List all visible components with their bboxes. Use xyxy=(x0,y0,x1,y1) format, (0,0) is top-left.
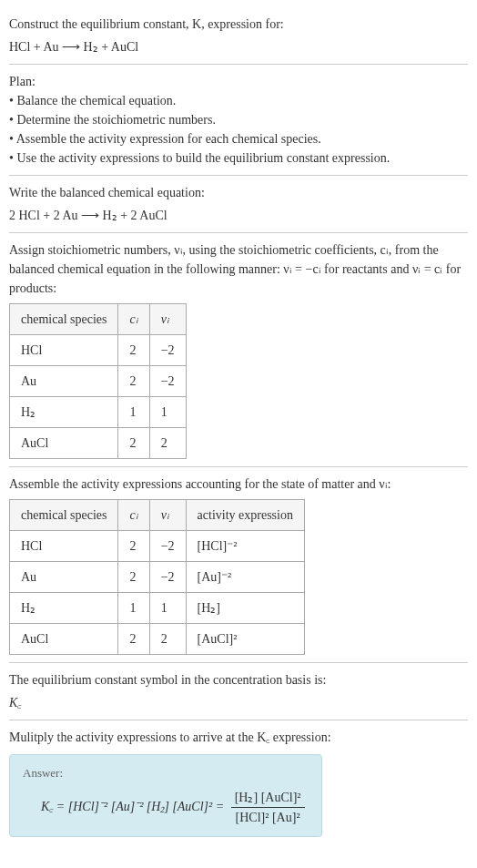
cell-v: −2 xyxy=(149,335,186,366)
cell-c: 1 xyxy=(118,397,149,428)
table-header: νᵢ xyxy=(149,500,186,531)
intro-line: Construct the equilibrium constant, K, e… xyxy=(9,15,468,34)
cell-v: −2 xyxy=(149,562,186,593)
table-header: chemical species xyxy=(10,500,118,531)
balanced-reaction: 2 HCl + 2 Au ⟶ H₂ + 2 AuCl xyxy=(9,206,468,225)
cell-c: 2 xyxy=(118,366,149,397)
cell-c: 2 xyxy=(118,624,149,655)
activity-heading: Assemble the activity expressions accoun… xyxy=(9,475,468,494)
stoich-explanation: Assign stoichiometric numbers, νᵢ, using… xyxy=(9,240,468,298)
cell-v: 1 xyxy=(149,593,186,624)
cell-v: 2 xyxy=(149,624,186,655)
header-ci: cᵢ xyxy=(129,508,137,522)
stoich-table: chemical species cᵢ νᵢ HCl 2 −2 Au 2 −2 … xyxy=(9,303,187,459)
cell-expr: [Au]⁻² xyxy=(186,562,304,593)
answer-lhs: K꜀ = [HCl]⁻² [Au]⁻² [H₂] [AuCl]² = xyxy=(41,799,224,812)
cell-c: 2 xyxy=(118,562,149,593)
answer-expression: K꜀ = [HCl]⁻² [Au]⁻² [H₂] [AuCl]² = [H₂] … xyxy=(23,788,309,827)
cell-species: AuCl xyxy=(10,428,118,459)
plan-section: Plan: • Balance the chemical equation. •… xyxy=(9,65,468,176)
table-header: cᵢ xyxy=(118,500,149,531)
cell-species: Au xyxy=(10,562,118,593)
table-header: νᵢ xyxy=(149,304,186,335)
cell-c: 1 xyxy=(118,593,149,624)
cell-species: HCl xyxy=(10,335,118,366)
plan-item: • Determine the stoichiometric numbers. xyxy=(9,110,468,129)
plan-item: • Use the activity expressions to build … xyxy=(9,148,468,168)
table-header: activity expression xyxy=(186,500,304,531)
fraction-denominator: [HCl]² [Au]² xyxy=(231,808,305,827)
kc-symbol: K꜀ xyxy=(9,693,468,712)
header-ci: cᵢ xyxy=(129,312,137,326)
answer-fraction: [H₂] [AuCl]² [HCl]² [Au]² xyxy=(231,788,305,827)
cell-species: HCl xyxy=(10,531,118,562)
cell-c: 2 xyxy=(118,428,149,459)
cell-species: H₂ xyxy=(10,397,118,428)
cell-v: −2 xyxy=(149,366,186,397)
cell-species: Au xyxy=(10,366,118,397)
table-row: H₂ 1 1 xyxy=(10,397,187,428)
fraction-numerator: [H₂] [AuCl]² xyxy=(231,788,305,808)
intro-reaction: HCl + Au ⟶ H₂ + AuCl xyxy=(9,37,468,56)
table-header-row: chemical species cᵢ νᵢ xyxy=(10,304,187,335)
activity-section: Assemble the activity expressions accoun… xyxy=(9,467,468,663)
answer-section: Mulitply the activity expressions to arr… xyxy=(9,720,468,844)
cell-species: H₂ xyxy=(10,593,118,624)
cell-v: 1 xyxy=(149,397,186,428)
table-row: Au 2 −2 xyxy=(10,366,187,397)
table-header: chemical species xyxy=(10,304,118,335)
header-vi: νᵢ xyxy=(161,508,169,522)
table-row: H₂ 1 1 [H₂] xyxy=(10,593,305,624)
table-row: HCl 2 −2 xyxy=(10,335,187,366)
plan-item: • Assemble the activity expression for e… xyxy=(9,129,468,148)
plan-heading: Plan: xyxy=(9,72,468,91)
table-header: cᵢ xyxy=(118,304,149,335)
plan-item: • Balance the chemical equation. xyxy=(9,91,468,110)
cell-c: 2 xyxy=(118,531,149,562)
kc-symbol-text: The equilibrium constant symbol in the c… xyxy=(9,670,468,689)
balanced-section: Write the balanced chemical equation: 2 … xyxy=(9,176,468,233)
table-row: AuCl 2 2 [AuCl]² xyxy=(10,624,305,655)
table-header-row: chemical species cᵢ νᵢ activity expressi… xyxy=(10,500,305,531)
cell-expr: [HCl]⁻² xyxy=(186,531,304,562)
intro-section: Construct the equilibrium constant, K, e… xyxy=(9,7,468,65)
cell-species: AuCl xyxy=(10,624,118,655)
cell-c: 2 xyxy=(118,335,149,366)
table-row: Au 2 −2 [Au]⁻² xyxy=(10,562,305,593)
header-vi: νᵢ xyxy=(161,312,169,326)
table-row: AuCl 2 2 xyxy=(10,428,187,459)
table-row: HCl 2 −2 [HCl]⁻² xyxy=(10,531,305,562)
answer-box: Answer: K꜀ = [HCl]⁻² [Au]⁻² [H₂] [AuCl]²… xyxy=(9,754,322,837)
kc-symbol-section: The equilibrium constant symbol in the c… xyxy=(9,663,468,720)
cell-v: −2 xyxy=(149,531,186,562)
cell-expr: [H₂] xyxy=(186,593,304,624)
cell-v: 2 xyxy=(149,428,186,459)
stoich-section: Assign stoichiometric numbers, νᵢ, using… xyxy=(9,233,468,467)
activity-table: chemical species cᵢ νᵢ activity expressi… xyxy=(9,499,305,655)
answer-label: Answer: xyxy=(23,764,309,782)
multiply-text: Mulitply the activity expressions to arr… xyxy=(9,728,468,747)
balanced-heading: Write the balanced chemical equation: xyxy=(9,183,468,202)
cell-expr: [AuCl]² xyxy=(186,624,304,655)
